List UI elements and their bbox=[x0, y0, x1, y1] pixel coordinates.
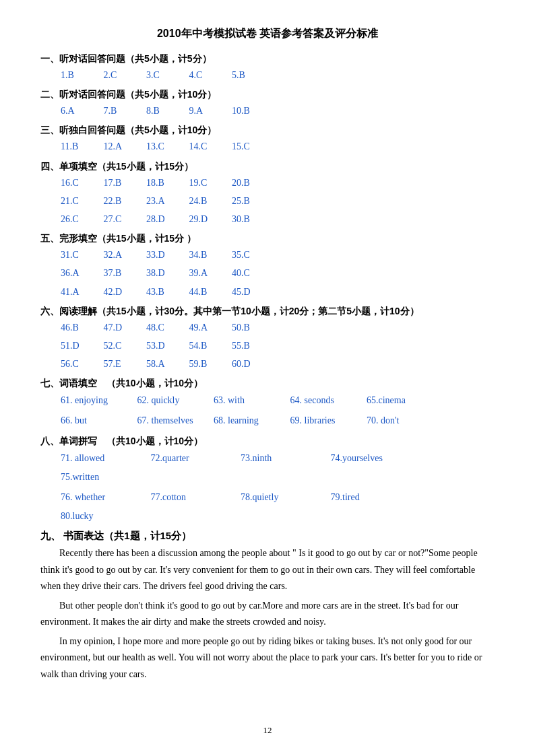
section7-header: 七、词语填空 （共10小题，计10分） bbox=[40, 378, 495, 390]
section3-answers: 11.B 12.A 13.C 14.C 15.C bbox=[61, 138, 495, 155]
section7-row2: 66. but 67. themselves 68. learning 69. … bbox=[61, 411, 495, 430]
section5-row1: 31.C 32.A 33.D 34.B 35.C bbox=[61, 246, 495, 263]
section4-row2: 21.C 22.B 23.A 24.B 25.B bbox=[61, 193, 495, 209]
section3: 三、听独白回答问题（共5小题，计10分） 11.B 12.A 13.C 14.C… bbox=[40, 125, 495, 155]
section5: 五、完形填空（共15小题，计15分 ） 31.C 32.A 33.D 34.B … bbox=[40, 233, 495, 300]
section9-header: 九、 书面表达（共1题，计15分） bbox=[40, 530, 191, 541]
page-title: 2010年中考模拟试卷 英语参考答案及评分标准 bbox=[40, 27, 495, 41]
section4-row3: 26.C 27.C 28.D 29.D 30.B bbox=[61, 211, 495, 228]
section8-row2: 76. whether 77.cotton 78.quietly 79.tire… bbox=[61, 488, 495, 526]
section7-row1: 61. enjoying 62. quickly 63. with 64. se… bbox=[61, 391, 495, 410]
section5-row3: 41.A 42.D 43.B 44.B 45.D bbox=[61, 283, 495, 300]
section6: 六、阅读理解（共15小题，计30分。其中第一节10小题，计20分；第二节5小题，… bbox=[40, 306, 495, 373]
section1: 一、听对话回答问题（共5小题，计5分） 1.B 2.C 3.C 4.C 5.B bbox=[40, 53, 495, 83]
section1-header: 一、听对话回答问题（共5小题，计5分） bbox=[40, 53, 495, 65]
section2: 二、听对话回答问题（共5小题，计10分） 6.A 7.B 8.B 9.A 10.… bbox=[40, 89, 495, 119]
section6-row2: 51.D 52.C 53.D 54.B 55.B bbox=[61, 337, 495, 354]
section6-row1: 46.B 47.D 48.C 49.A 50.B bbox=[61, 319, 495, 336]
section7: 七、词语填空 （共10小题，计10分） 61. enjoying 62. qui… bbox=[40, 378, 495, 430]
section4-header: 四、单项填空（共15小题，计15分） bbox=[40, 161, 495, 173]
section3-header: 三、听独白回答问题（共5小题，计10分） bbox=[40, 125, 495, 137]
section5-header: 五、完形填空（共15小题，计15分 ） bbox=[40, 233, 495, 245]
writing-para3: In my opinion, I hope more and more peop… bbox=[40, 633, 495, 683]
section6-row3: 56.C 57.E 58.A 59.B 60.D bbox=[61, 355, 495, 372]
page-number: 12 bbox=[0, 725, 535, 736]
section9: 九、 书面表达（共1题，计15分） Recently there has bee… bbox=[40, 530, 495, 683]
section2-answers: 6.A 7.B 8.B 9.A 10.B bbox=[61, 102, 495, 119]
section9-body: Recently there has been a discussion amo… bbox=[40, 545, 495, 683]
section8-row1: 71. allowed 72.quarter 73.ninth 74.yours… bbox=[61, 449, 495, 487]
section8-header: 八、单词拼写 （共10小题，计10分） bbox=[40, 436, 495, 448]
section4: 四、单项填空（共15小题，计15分） 16.C 17.B 18.B 19.C 2… bbox=[40, 161, 495, 228]
section2-header: 二、听对话回答问题（共5小题，计10分） bbox=[40, 89, 495, 101]
writing-para1: Recently there has been a discussion amo… bbox=[40, 545, 495, 595]
writing-para2: But other people don't think it's good t… bbox=[40, 598, 495, 631]
section6-header: 六、阅读理解（共15小题，计30分。其中第一节10小题，计20分；第二节5小题，… bbox=[40, 306, 495, 318]
section8: 八、单词拼写 （共10小题，计10分） 71. allowed 72.quart… bbox=[40, 436, 495, 526]
section1-answers: 1.B 2.C 3.C 4.C 5.B bbox=[61, 67, 495, 83]
section5-row2: 36.A 37.B 38.D 39.A 40.C bbox=[61, 265, 495, 281]
section4-row1: 16.C 17.B 18.B 19.C 20.B bbox=[61, 174, 495, 191]
